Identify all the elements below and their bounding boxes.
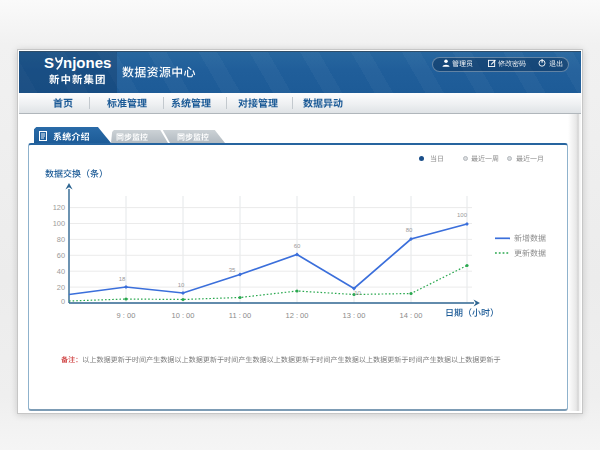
- svg-text:20: 20: [57, 283, 65, 292]
- svg-text:9 : 00: 9 : 00: [117, 311, 136, 320]
- svg-text:60: 60: [294, 243, 301, 249]
- svg-text:80: 80: [406, 227, 413, 233]
- svg-text:18: 18: [119, 276, 126, 282]
- svg-text:60: 60: [57, 251, 65, 260]
- svg-text:100: 100: [457, 212, 468, 218]
- svg-text:14 : 00: 14 : 00: [400, 311, 423, 320]
- svg-text:35: 35: [229, 267, 236, 273]
- svg-text:40: 40: [57, 267, 65, 276]
- svg-text:100: 100: [53, 219, 65, 228]
- svg-text:80: 80: [57, 235, 65, 244]
- svg-text:12 : 00: 12 : 00: [286, 311, 309, 320]
- svg-text:10: 10: [178, 282, 185, 288]
- svg-text:10 : 00: 10 : 00: [172, 311, 195, 320]
- svg-text:11 : 00: 11 : 00: [229, 311, 251, 320]
- svg-text:120: 120: [53, 203, 65, 212]
- svg-text:13 : 00: 13 : 00: [343, 311, 366, 320]
- svg-text:10: 10: [354, 290, 361, 296]
- svg-text:0: 0: [61, 297, 65, 306]
